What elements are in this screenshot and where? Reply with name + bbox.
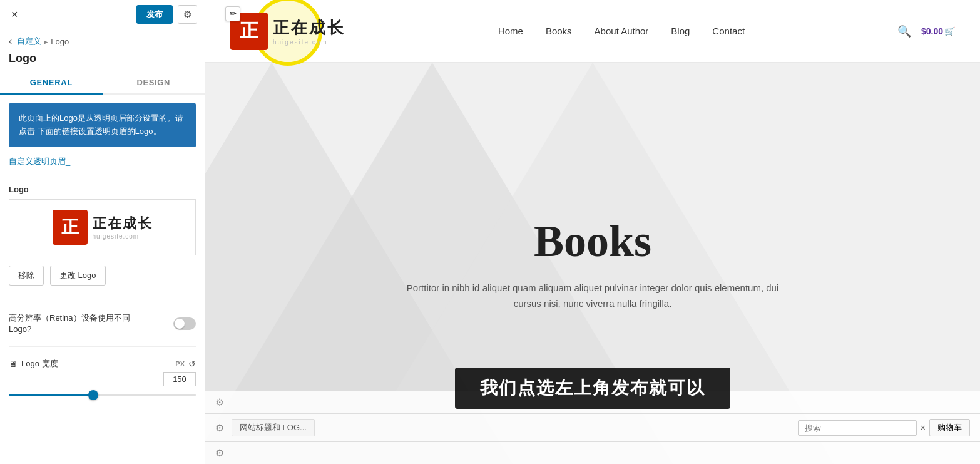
panel-title: Logo xyxy=(0,49,205,71)
site-nav: Home Books About Author Blog Contact xyxy=(498,26,745,36)
logo-width-slider-row xyxy=(0,390,205,403)
section-gear-icon-3[interactable]: ⚙ xyxy=(215,447,224,459)
panel-topbar: × 发布 ⚙ xyxy=(0,0,205,29)
reset-icon[interactable]: ↺ xyxy=(188,359,196,369)
logo-red-square: 正 xyxy=(53,210,88,245)
breadcrumb-current: Logo xyxy=(51,37,69,46)
section-gear-bar-3: ⚙ xyxy=(205,441,980,464)
logo-width-slider-fill xyxy=(9,394,93,396)
topbar-right: 发布 ⚙ xyxy=(136,5,197,24)
panel-tabs: GENERAL DESIGN xyxy=(0,71,205,95)
info-box: 此页面上的Logo是从透明页眉部分设置的。请点击 下面的链接设置透明页眉的Log… xyxy=(9,103,196,147)
remove-logo-button[interactable]: 移除 xyxy=(9,266,44,286)
logo-sub-text: huigesite.com xyxy=(93,233,153,240)
back-arrow-icon[interactable]: ‹ xyxy=(9,36,12,47)
toolbar-search-close-button[interactable]: × xyxy=(921,423,926,433)
width-value-container: 150 xyxy=(0,372,205,390)
logo-width-slider-thumb[interactable] xyxy=(88,390,98,400)
publish-button[interactable]: 发布 xyxy=(136,5,173,24)
nav-blog[interactable]: Blog xyxy=(671,26,690,36)
custom-transparent-header-link[interactable]: 自定义透明页眉_ xyxy=(0,152,205,177)
edit-pencil-badge[interactable]: ✏ xyxy=(225,6,240,21)
toolbar-site-title-area: 网站标题和 LOG... xyxy=(232,419,315,436)
logo-width-controls: PX ↺ xyxy=(175,359,196,369)
nav-home[interactable]: Home xyxy=(498,26,523,36)
tab-design[interactable]: DESIGN xyxy=(103,71,205,95)
logo-width-row: 🖥 Logo 宽度 PX ↺ xyxy=(0,352,205,372)
cart-price: $0.00 xyxy=(921,26,943,36)
toolbar-search-input[interactable] xyxy=(798,420,917,436)
logo-width-text: Logo 宽度 xyxy=(21,358,58,369)
divider2 xyxy=(9,346,196,347)
logo-preview-box: 正 正在成长 huigesite.com xyxy=(9,199,196,255)
left-panel: × 发布 ⚙ ‹ 自定义 ▸ Logo Logo GENERAL DESIGN … xyxy=(0,0,205,464)
search-icon-button[interactable]: 🔍 xyxy=(897,24,911,38)
cart-button[interactable]: $0.00 🛒 xyxy=(921,26,955,36)
section-gear-bar-2: ⚙ 网站标题和 LOG... × 购物车 xyxy=(205,413,980,441)
breadcrumb: ‹ 自定义 ▸ Logo xyxy=(0,29,205,49)
tab-general[interactable]: GENERAL xyxy=(0,71,103,95)
right-area: ✏ 正 正在成长 huigesite.com Home Books About … xyxy=(205,0,980,464)
site-logo-area[interactable]: ✏ 正 正在成长 huigesite.com xyxy=(230,13,345,50)
retina-toggle-label: 高分辨率（Retina）设备使用不同 Logo? xyxy=(9,312,134,335)
hero-title: Books xyxy=(534,215,651,267)
logo-section-label: Logo xyxy=(0,177,205,199)
settings-button[interactable]: ⚙ xyxy=(178,5,197,24)
retina-toggle-switch[interactable] xyxy=(173,317,196,330)
monitor-icon: 🖥 xyxy=(9,359,18,369)
section-gear-icon-2[interactable]: ⚙ xyxy=(215,422,224,434)
panel-body: 此页面上的Logo是从透明页眉部分设置的。请点击 下面的链接设置透明页眉的Log… xyxy=(0,95,205,464)
site-preview: ✏ 正 正在成长 huigesite.com Home Books About … xyxy=(205,0,980,464)
retina-toggle-row: 高分辨率（Retina）设备使用不同 Logo? xyxy=(0,306,205,341)
unit-label: PX xyxy=(175,360,185,368)
site-logo-image: 正 正在成长 huigesite.com xyxy=(230,13,345,50)
logo-chinese-text: 正在成长 xyxy=(93,214,153,233)
change-logo-button[interactable]: 更改 Logo xyxy=(50,266,106,286)
toolbar-site-title-text: 网站标题和 LOG... xyxy=(240,422,307,433)
toolbar-cart-button[interactable]: 购物车 xyxy=(929,419,970,436)
close-button[interactable]: × xyxy=(8,7,22,23)
logo-preview-inner: 正 正在成长 huigesite.com xyxy=(53,210,153,245)
site-logo-chinese: 正在成长 xyxy=(273,17,345,39)
caption-overlay: 我们点选左上角发布就可以 xyxy=(455,368,730,409)
nav-contact[interactable]: Contact xyxy=(712,26,745,36)
site-logo-texts: 正在成长 huigesite.com xyxy=(273,17,345,46)
logo-actions: 移除 更改 Logo xyxy=(0,266,205,296)
breadcrumb-parent[interactable]: 自定义 xyxy=(17,36,41,47)
toolbar-search-area: × 购物车 xyxy=(798,419,970,436)
logo-width-label: 🖥 Logo 宽度 xyxy=(9,358,58,369)
hero-subtitle: Porttitor in nibh id aliquet quam aliqua… xyxy=(405,280,780,312)
site-logo-sub: huigesite.com xyxy=(273,39,345,46)
breadcrumb-separator: ▸ xyxy=(44,37,48,46)
nav-books[interactable]: Books xyxy=(546,26,572,36)
cart-icon: 🛒 xyxy=(944,26,955,36)
site-header: ✏ 正 正在成长 huigesite.com Home Books About … xyxy=(205,0,980,63)
logo-width-value[interactable]: 150 xyxy=(163,372,196,386)
divider xyxy=(9,301,196,301)
nav-about-author[interactable]: About Author xyxy=(595,26,649,36)
logo-text-block: 正在成长 huigesite.com xyxy=(93,214,153,240)
logo-width-slider-track xyxy=(9,394,196,396)
site-header-right: 🔍 $0.00 🛒 xyxy=(897,24,955,38)
section-gear-icon-1[interactable]: ⚙ xyxy=(215,396,224,408)
